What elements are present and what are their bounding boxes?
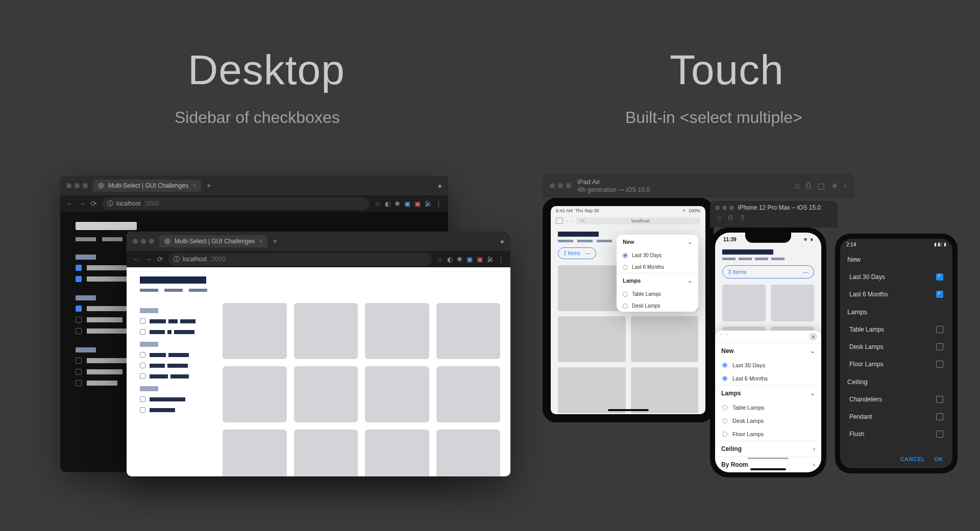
ok-button[interactable]: OK [935,456,944,462]
checkbox-icon[interactable] [140,352,145,358]
ext-icon[interactable]: ▣ [467,256,473,263]
window-controls[interactable] [550,183,571,188]
ext-icon[interactable]: ▣ [404,200,410,208]
result-card[interactable] [436,366,501,422]
more-icon[interactable]: › [844,181,847,191]
checkbox-icon[interactable] [140,396,145,402]
tab-close-icon[interactable]: × [192,182,196,189]
radio-icon[interactable] [722,376,727,381]
checkbox-icon[interactable] [936,343,943,350]
checkbox-row[interactable] [140,352,210,358]
checkbox-icon[interactable] [76,306,82,312]
minimize-dot[interactable] [75,183,80,188]
prev-icon[interactable]: ˄ [719,333,722,340]
url-bar[interactable]: ᴬAlocalhost [576,217,700,224]
cancel-button[interactable]: CANCEL [900,456,925,462]
puzzle-icon[interactable]: ✱ [395,200,400,208]
forward-icon[interactable]: → [79,199,86,208]
result-card[interactable] [365,429,429,476]
checkbox-icon[interactable] [936,361,943,368]
home-indicator[interactable] [608,409,649,411]
menu-icon[interactable]: ⋮ [435,200,442,208]
chevron-right-icon[interactable]: › [813,461,815,468]
checkbox-row[interactable] [140,396,210,402]
result-card[interactable] [771,285,814,321]
new-tab-button[interactable]: + [273,237,277,246]
result-card[interactable] [223,429,287,476]
mic-icon[interactable]: 🎤︎ [487,256,494,263]
next-icon[interactable]: ˅ [725,333,728,340]
back-icon[interactable]: ← [133,255,140,263]
url-input[interactable]: ⓘ localhost:3000 [168,253,432,266]
checkbox-icon[interactable] [936,413,943,420]
browser-tab[interactable]: Multi-Select | GUI Challenges × [93,180,201,192]
checkbox-icon[interactable] [76,265,82,271]
option-row[interactable]: Table Lamps [617,288,698,300]
option-row[interactable]: Desk Lamps [715,414,821,427]
option-row[interactable]: Desk Lamps [617,300,698,312]
radio-icon[interactable] [722,418,727,423]
close-dot[interactable] [550,183,555,188]
back-icon[interactable]: ‹ [566,218,568,224]
checkbox-icon[interactable] [76,328,82,334]
menu-icon[interactable]: ⋮ [498,256,504,263]
option-row[interactable]: Last 6 Months [617,261,698,273]
checkbox-icon[interactable] [936,431,943,438]
result-card[interactable] [365,366,429,422]
screenshot-icon[interactable]: ⎙ [806,181,811,191]
reload-icon[interactable]: ⟳ [157,255,163,263]
home-icon[interactable]: ⌂ [795,181,800,191]
screenshot-icon[interactable]: ⎙ [728,213,732,221]
zoom-dot[interactable] [83,183,88,188]
checkbox-row[interactable] [140,363,210,368]
new-tab-button[interactable]: + [206,181,211,190]
checkbox-row[interactable] [140,373,210,379]
radio-icon[interactable] [722,363,727,368]
checkbox-icon[interactable] [936,396,943,403]
result-card[interactable] [223,366,287,422]
option-row[interactable]: Table Lamps [715,401,821,414]
chevron-down-icon[interactable]: ⌄ [810,390,815,397]
result-card[interactable] [558,316,626,362]
filter-pill[interactable]: 2 Items — [558,247,596,259]
sidebar-icon[interactable] [556,218,563,224]
puzzle-icon[interactable]: ✱ [457,256,462,263]
result-card[interactable] [558,367,626,413]
radio-icon[interactable] [623,253,628,258]
tab-close-icon[interactable]: × [259,238,262,245]
appearance-icon[interactable]: ☀︎ [831,181,838,191]
option-row[interactable]: Desk Lamps [840,338,952,356]
ext-icon-2[interactable]: ▣ [477,256,483,263]
window-close-icon[interactable]: ● [438,182,442,190]
checkbox-icon[interactable] [76,276,82,282]
chevron-down-icon[interactable]: ⌄ [688,277,692,284]
radio-icon[interactable] [623,304,628,309]
checkbox-icon[interactable] [76,317,82,323]
close-dot[interactable] [66,183,71,188]
checkbox-row[interactable] [140,407,210,413]
close-dot[interactable] [133,239,138,244]
back-icon[interactable]: ← [66,199,74,208]
home-icon[interactable]: ⌂ [717,213,721,221]
option-row[interactable]: Last 30 Days [840,268,952,286]
radio-icon[interactable] [623,265,628,270]
url-input[interactable]: ⓘ localhost:3000 [102,197,370,210]
result-card[interactable] [436,303,501,359]
checkbox-icon[interactable] [936,291,943,298]
result-card[interactable] [631,316,699,362]
checkbox-icon[interactable] [936,273,943,281]
checkbox-row[interactable] [140,318,210,324]
filter-pill[interactable]: 3 Items — [722,265,814,279]
window-close-icon[interactable]: ● [500,237,504,245]
forward-icon[interactable]: › [571,218,572,224]
option-row[interactable]: Last 30 Days [617,249,698,261]
option-row[interactable]: Last 6 Months [715,372,821,385]
ext-icon-2[interactable]: ▣ [414,200,421,208]
checkbox-icon[interactable] [76,380,82,386]
result-card[interactable] [722,285,766,321]
checkbox-icon[interactable] [76,369,82,375]
moon-icon[interactable]: ◐ [385,200,390,208]
option-row[interactable]: Table Lamps [840,321,952,338]
option-row[interactable]: Pendant [840,408,952,425]
home-indicator[interactable] [750,468,786,470]
